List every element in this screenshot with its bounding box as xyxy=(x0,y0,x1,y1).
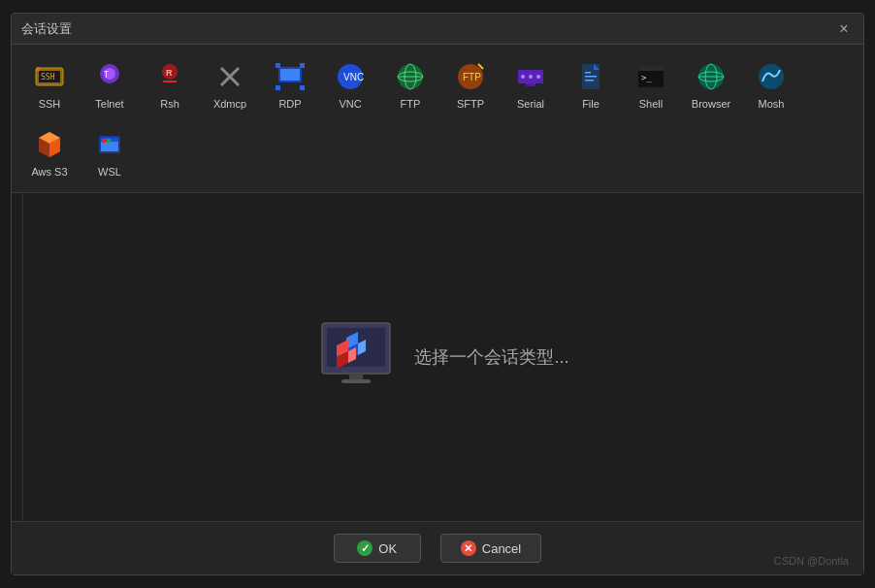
session-type-ftp[interactable]: FTP xyxy=(382,52,438,116)
shell-icon: >_ xyxy=(633,59,668,94)
wsl-label: WSL xyxy=(98,166,121,178)
svg-rect-16 xyxy=(275,85,280,90)
session-type-rdp[interactable]: RDP xyxy=(262,52,318,116)
session-type-awss3[interactable]: Aws S3 xyxy=(21,120,78,184)
svg-rect-17 xyxy=(300,85,305,90)
footer: ✓ OK ✕ Cancel CSDN @Dontla xyxy=(12,521,863,574)
file-icon xyxy=(573,59,608,94)
telnet-label: Telnet xyxy=(95,98,123,110)
ok-icon: ✓ xyxy=(357,540,373,556)
serial-label: Serial xyxy=(517,98,544,110)
wsl-icon xyxy=(92,127,127,162)
mosh-label: Mosh xyxy=(759,98,785,110)
xdmcp-label: Xdmcp xyxy=(213,98,246,110)
cancel-label: Cancel xyxy=(482,541,521,556)
svg-rect-63 xyxy=(341,379,371,383)
sftp-label: SFTP xyxy=(457,98,484,110)
svg-text:T: T xyxy=(104,71,109,80)
svg-rect-52 xyxy=(102,139,106,143)
session-type-browser[interactable]: Browser xyxy=(683,52,739,116)
svg-point-30 xyxy=(536,75,540,79)
cancel-icon: ✕ xyxy=(461,540,476,556)
sftp-icon: FTP xyxy=(453,59,488,94)
svg-text:>_: >_ xyxy=(641,73,652,82)
session-type-serial[interactable]: Serial xyxy=(502,52,559,116)
session-settings-dialog: 会话设置 × SSHSSHTTelnetRRshXdmcpRDPVNCVNCFT… xyxy=(11,13,864,575)
session-type-toolbar: SSHSSHTTelnetRRshXdmcpRDPVNCVNCFTPFTPSFT… xyxy=(12,45,863,193)
title-bar: 会话设置 × xyxy=(12,14,863,45)
mosh-icon xyxy=(754,59,789,94)
session-type-file[interactable]: File xyxy=(563,52,619,116)
close-button[interactable]: × xyxy=(834,19,854,39)
session-type-telnet[interactable]: TTelnet xyxy=(81,52,138,116)
placeholder-text: 选择一个会话类型... xyxy=(414,345,568,369)
svg-rect-31 xyxy=(526,83,535,86)
serial-icon xyxy=(513,59,548,94)
session-type-rsh[interactable]: RRsh xyxy=(142,52,198,116)
browser-label: Browser xyxy=(692,98,730,110)
ssh-label: SSH xyxy=(39,98,61,110)
svg-text:SSH: SSH xyxy=(41,73,55,82)
svg-rect-53 xyxy=(107,139,111,143)
svg-rect-36 xyxy=(585,72,591,74)
session-type-shell[interactable]: >_Shell xyxy=(623,52,679,116)
telnet-icon: T xyxy=(92,59,127,94)
session-type-xdmcp[interactable]: Xdmcp xyxy=(202,52,258,116)
rsh-icon: R xyxy=(152,59,187,94)
svg-text:VNC: VNC xyxy=(343,72,364,82)
cancel-button[interactable]: ✕ Cancel xyxy=(440,534,541,563)
file-label: File xyxy=(582,98,600,110)
svg-text:FTP: FTP xyxy=(463,72,481,82)
xdmcp-icon xyxy=(212,59,247,94)
svg-rect-38 xyxy=(638,66,664,71)
session-type-wsl[interactable]: WSL xyxy=(81,120,138,184)
svg-rect-15 xyxy=(300,63,305,68)
rsh-label: Rsh xyxy=(160,98,179,110)
browser-icon xyxy=(694,59,729,94)
watermark: CSDN @Dontla xyxy=(774,555,849,567)
ssh-icon: SSH xyxy=(32,59,67,94)
svg-rect-13 xyxy=(280,69,300,81)
session-type-mosh[interactable]: Mosh xyxy=(743,52,799,116)
rdp-icon xyxy=(273,59,308,94)
ftp-label: FTP xyxy=(401,98,421,110)
awss3-icon xyxy=(32,127,67,162)
awss3-label: Aws S3 xyxy=(31,166,67,178)
svg-point-44 xyxy=(759,64,784,89)
ftp-icon xyxy=(393,59,428,94)
monitor-icon xyxy=(317,318,395,396)
left-sidebar xyxy=(12,193,23,521)
svg-rect-14 xyxy=(275,63,280,68)
svg-point-3 xyxy=(36,67,40,71)
rdp-label: RDP xyxy=(278,98,301,110)
main-content: 选择一个会话类型... xyxy=(23,193,863,521)
vnc-label: VNC xyxy=(339,98,361,110)
shell-label: Shell xyxy=(639,98,663,110)
svg-rect-62 xyxy=(349,374,363,379)
session-type-vnc[interactable]: VNCVNC xyxy=(322,52,378,116)
svg-point-28 xyxy=(521,75,525,79)
vnc-icon: VNC xyxy=(333,59,368,94)
ok-label: OK xyxy=(378,541,397,556)
placeholder-area: 选择一个会话类型... xyxy=(317,318,568,396)
svg-point-29 xyxy=(529,75,533,79)
session-type-sftp[interactable]: FTPSFTP xyxy=(442,52,499,116)
svg-text:R: R xyxy=(166,68,173,78)
session-type-ssh[interactable]: SSHSSH xyxy=(21,52,78,116)
svg-rect-34 xyxy=(585,76,597,78)
ok-button[interactable]: ✓ OK xyxy=(334,534,421,563)
dialog-title: 会话设置 xyxy=(21,20,72,38)
svg-rect-35 xyxy=(585,80,594,82)
